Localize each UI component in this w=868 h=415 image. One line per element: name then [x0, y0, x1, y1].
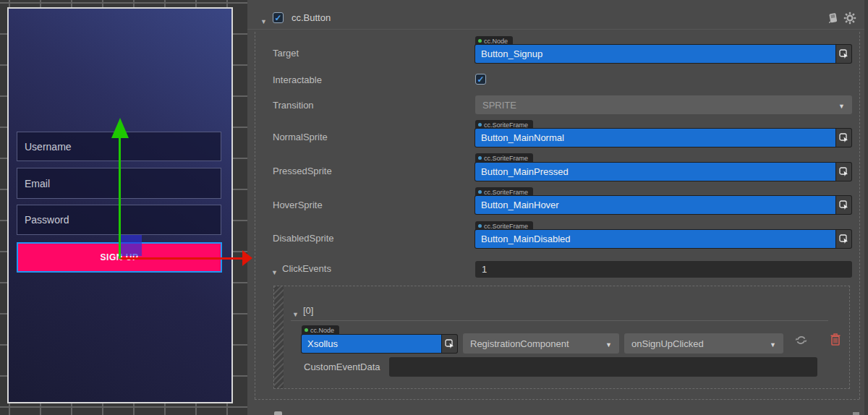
disabled-sprite-value[interactable]: Button_MainDisabled: [475, 230, 835, 248]
normal-sprite-field[interactable]: Button_MainNormal: [475, 128, 852, 147]
disabled-sprite-field[interactable]: Button_MainDisabled: [475, 229, 852, 249]
next-component-icon-partial: [853, 412, 859, 415]
component-header: cc.Button: [247, 9, 864, 27]
next-component-checkbox-partial[interactable]: [274, 411, 282, 415]
header-divider: [247, 29, 864, 30]
pressed-sprite-value[interactable]: Button_MainPressed: [475, 163, 835, 181]
normal-sprite-value[interactable]: Button_MainNormal: [475, 129, 835, 147]
transition-label: Transition: [273, 100, 314, 111]
pressed-sprite-type-tag-label: cc.SoriteFrame: [484, 155, 528, 162]
custom-event-data-input[interactable]: [389, 357, 817, 377]
email-placeholder: Email: [25, 178, 50, 189]
disabled-sprite-type-tag-label: cc.SoriteFrame: [484, 223, 528, 230]
event0-node-type-tag-label: cc.Node: [310, 327, 334, 334]
event0-component-value: RegistrationComponent: [470, 338, 569, 349]
gizmo-x-axis-line[interactable]: [120, 257, 243, 260]
event0-collapse-arrow-icon[interactable]: [292, 307, 299, 320]
interactable-label: Interactable: [273, 74, 322, 85]
interactable-checkbox[interactable]: [475, 74, 486, 85]
chevron-down-icon: [605, 338, 612, 349]
asset-picker-icon[interactable]: [836, 129, 851, 147]
indent-guide-right: [859, 32, 860, 399]
event0-handler-value: onSignUpClicked: [631, 338, 704, 349]
gizmo-y-axis-arrow[interactable]: [111, 118, 129, 138]
node-type-dot-icon: [305, 328, 308, 332]
indent-guide-left: [255, 32, 255, 399]
event0-component-select[interactable]: RegistrationComponent: [463, 333, 619, 354]
scene-view[interactable]: Username Email Password SIGN UP: [0, 0, 247, 415]
indent-guide-bottom: [255, 399, 859, 400]
refresh-icon[interactable]: [795, 334, 807, 348]
inspector-panel: cc.Button Tar: [247, 0, 868, 415]
clickevents-collapse-arrow-icon[interactable]: [271, 265, 278, 278]
asset-type-dot-icon: [478, 224, 482, 228]
gizmo-y-axis-line[interactable]: [119, 137, 121, 259]
disabled-sprite-label: DisabledSprite: [273, 233, 334, 244]
hover-sprite-field[interactable]: Button_MainHover: [475, 195, 852, 215]
event0-node-value[interactable]: Xsollus: [302, 335, 441, 353]
chevron-down-icon: [838, 100, 845, 111]
component-enabled-checkbox[interactable]: [273, 12, 284, 23]
hover-sprite-label: HoverSprite: [273, 200, 323, 210]
transition-value: SPRITE: [482, 100, 516, 111]
gizmo-x-axis-arrow[interactable]: [242, 250, 252, 266]
pressed-sprite-field[interactable]: Button_MainPressed: [475, 162, 852, 181]
help-doc-icon[interactable]: [826, 12, 839, 25]
transition-select[interactable]: SPRITE: [475, 95, 852, 114]
editor-window: Username Email Password SIGN UP cc.Butto…: [0, 0, 868, 415]
gear-icon[interactable]: [843, 12, 856, 25]
gizmo-xy-plane-handle[interactable]: [121, 235, 142, 256]
target-value[interactable]: Button_Signup: [475, 45, 835, 63]
target-label: Target: [273, 48, 299, 59]
component-title: cc.Button: [292, 12, 331, 23]
clickevents-label: ClickEvents: [282, 263, 331, 274]
custom-event-data-label: CustomEventData: [304, 361, 380, 372]
normal-sprite-type-tag-label: cc.SoriteFrame: [484, 121, 528, 129]
password-placeholder: Password: [25, 214, 69, 226]
username-placeholder: Username: [25, 141, 72, 153]
array-element-handle[interactable]: [274, 286, 284, 388]
asset-picker-icon[interactable]: [836, 230, 851, 248]
node-picker-icon[interactable]: [442, 335, 457, 353]
normal-sprite-label: NormalSprite: [273, 132, 328, 142]
node-picker-icon[interactable]: [836, 45, 851, 63]
asset-type-dot-icon: [478, 123, 482, 127]
event0-divider: [291, 320, 828, 321]
event0-handler-select[interactable]: onSignUpClicked: [624, 333, 783, 354]
hover-sprite-value[interactable]: Button_MainHover: [475, 196, 835, 214]
asset-picker-icon[interactable]: [836, 163, 851, 181]
asset-type-dot-icon: [478, 156, 482, 160]
trash-icon[interactable]: [830, 333, 841, 348]
target-object-field[interactable]: Button_Signup: [475, 44, 852, 64]
event0-index-label: [0]: [303, 305, 313, 316]
clickevents-count-field[interactable]: 1: [475, 261, 852, 278]
event0-node-field[interactable]: Xsollus: [301, 334, 458, 354]
target-type-tag-label: cc.Node: [484, 38, 508, 45]
hover-sprite-type-tag-label: cc.SoriteFrame: [484, 189, 528, 196]
node-type-dot-icon: [478, 39, 482, 43]
panel-right-edge: [864, 0, 868, 415]
design-canvas[interactable]: Username Email Password SIGN UP: [7, 7, 233, 403]
asset-picker-icon[interactable]: [836, 196, 851, 214]
asset-type-dot-icon: [478, 190, 482, 194]
chevron-down-icon: [770, 338, 776, 349]
collapse-arrow-icon[interactable]: [260, 14, 267, 27]
pressed-sprite-label: PressedSprite: [273, 166, 332, 176]
